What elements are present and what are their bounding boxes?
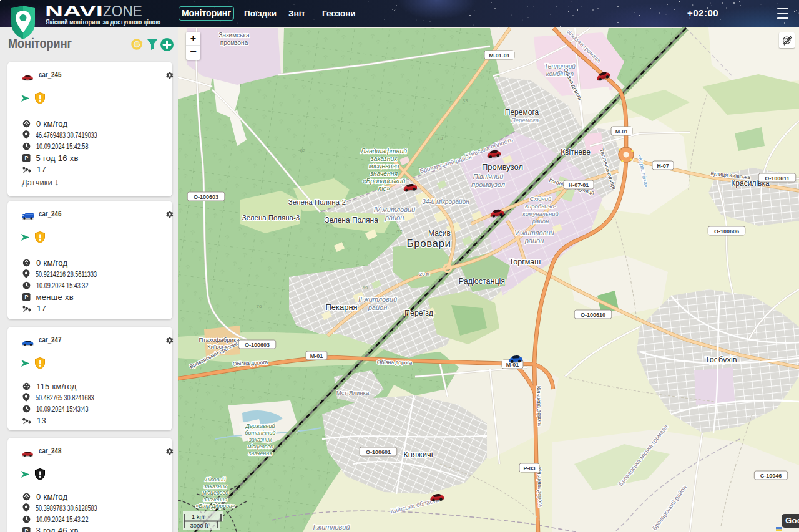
svg-text:ІV житловий: ІV житловий xyxy=(374,206,415,213)
svg-text:69: 69 xyxy=(363,285,368,291)
svg-text:Масив: Масив xyxy=(428,229,451,238)
svg-text:заказник: заказник xyxy=(248,437,272,443)
svg-text:промвузол: промвузол xyxy=(471,181,505,188)
svg-text:ліс»: ліс» xyxy=(377,185,390,192)
svg-text:Пекарня: Пекарня xyxy=(325,302,357,312)
svg-text:34-й мікрорайон: 34-й мікрорайон xyxy=(422,198,469,205)
svg-text:Ландшафтний: Ландшафтний xyxy=(360,147,407,155)
svg-text:Радіостанція: Радіостанція xyxy=(459,277,505,286)
svg-text:1 km: 1 km xyxy=(192,513,205,520)
svg-text:ZONE: ZONE xyxy=(103,3,142,19)
svg-text:С-10046: С-10046 xyxy=(760,473,782,479)
svg-text:місцевого: місцевого xyxy=(369,162,400,170)
svg-text:місцевого: місцевого xyxy=(202,490,228,496)
svg-text:значення: значення xyxy=(370,170,398,177)
svg-text:О-100603: О-100603 xyxy=(194,194,218,200)
svg-text:І житловий: І житловий xyxy=(313,523,350,531)
svg-text:заказник: заказник xyxy=(370,155,398,162)
svg-text:Н-07-01: Н-07-01 xyxy=(569,182,589,188)
svg-text:«Біла Діброва»: «Біла Діброва» xyxy=(195,503,235,509)
svg-text:62: 62 xyxy=(300,148,306,153)
svg-text:Лісовий: Лісовий xyxy=(205,476,225,483)
svg-text:О-100611: О-100611 xyxy=(765,175,790,181)
svg-text:P: P xyxy=(25,528,29,532)
svg-text:Перемога: Перемога xyxy=(505,108,539,117)
svg-text:V житловий: V житловий xyxy=(514,229,554,236)
svg-text:Північний: Північний xyxy=(473,173,504,180)
svg-text:О-100610: О-100610 xyxy=(581,312,605,318)
svg-text:Зазимська: Зазимська xyxy=(219,32,250,39)
svg-text:Тепличний: Тепличний xyxy=(544,63,576,70)
svg-text:О-100606: О-100606 xyxy=(714,228,739,235)
svg-text:Зелена Поляна-2: Зелена Поляна-2 xyxy=(288,198,346,206)
svg-text:район: район xyxy=(385,214,404,221)
svg-text:виробничо-: виробничо- xyxy=(525,203,556,210)
svg-text:комунальний: комунальний xyxy=(522,210,559,217)
svg-text:Р-03: Р-03 xyxy=(523,465,535,472)
svg-text:«Броварський: «Броварський xyxy=(363,177,406,185)
svg-text:район: район xyxy=(532,218,549,225)
svg-text:М-01: М-01 xyxy=(615,128,629,135)
svg-text:76: 76 xyxy=(257,304,262,309)
svg-text:Зелена Поляна-3: Зелена Поляна-3 xyxy=(242,214,300,221)
svg-text:значення: значення xyxy=(248,450,272,457)
svg-text:Бровари: Бровари xyxy=(407,238,451,249)
svg-text:P: P xyxy=(25,155,29,161)
svg-text:Зелена Поляна: Зелена Поляна xyxy=(325,216,378,225)
svg-text:Торгмаш: Торгмаш xyxy=(509,258,541,266)
svg-text:Державний: Державний xyxy=(245,423,275,429)
svg-text:33: 33 xyxy=(463,98,468,104)
svg-text:район: район xyxy=(368,304,388,311)
svg-text:Промвузол: Промвузол xyxy=(482,162,523,172)
svg-text:ботанічний: ботанічний xyxy=(245,430,275,436)
svg-text:промзона: промзона xyxy=(220,39,248,46)
svg-text:район: район xyxy=(524,237,544,244)
svg-text:Княжичі: Княжичі xyxy=(403,450,433,459)
svg-text:Перемога: Перемога xyxy=(511,117,539,123)
svg-text:ІІ житловий: ІІ житловий xyxy=(358,296,397,303)
svg-text:Мст Ялинка: Мст Ялинка xyxy=(336,389,370,396)
svg-text:О-100601: О-100601 xyxy=(366,449,391,455)
svg-text:Східний: Східний xyxy=(530,195,552,202)
svg-text:73: 73 xyxy=(438,135,443,141)
svg-text:P: P xyxy=(25,294,29,300)
svg-text:Переїзд: Переїзд xyxy=(404,309,434,317)
svg-text:М-01: М-01 xyxy=(310,353,323,359)
svg-text:Обїзна дорога: Обїзна дорога xyxy=(377,359,413,366)
svg-text:Квітневе: Квітневе xyxy=(561,148,591,157)
svg-text:М-01-01: М-01-01 xyxy=(489,52,510,59)
svg-text:Якісний моніторинг за доступно: Якісний моніторинг за доступною ціною xyxy=(46,18,160,26)
svg-text:Н-07: Н-07 xyxy=(657,163,669,169)
svg-text:20 м: 20 м xyxy=(419,271,430,277)
svg-text:місцевого: місцевого xyxy=(247,443,273,450)
svg-text:заказник: заказник xyxy=(203,483,227,490)
svg-text:77: 77 xyxy=(397,229,403,235)
svg-text:3000 ft: 3000 ft xyxy=(190,522,208,529)
svg-text:NAVI: NAVI xyxy=(45,3,103,19)
svg-text:значення: значення xyxy=(203,496,227,503)
svg-text:О-100603: О-100603 xyxy=(245,342,270,348)
